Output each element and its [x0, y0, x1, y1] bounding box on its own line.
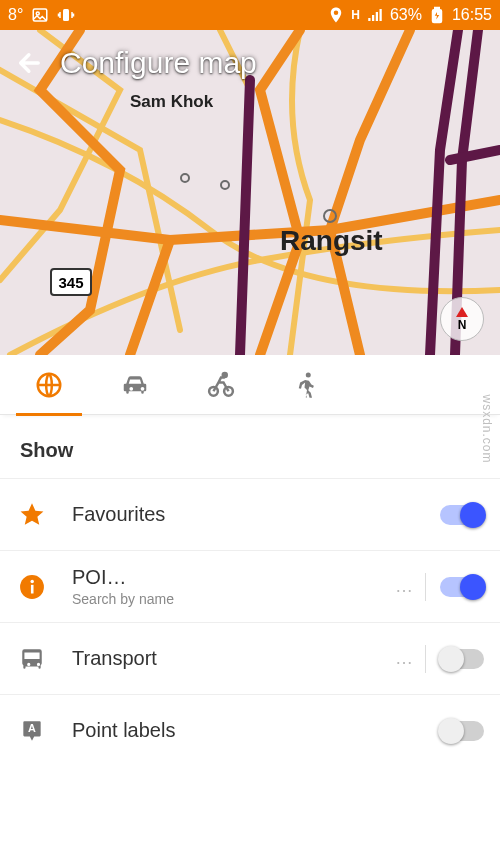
switch-favourites[interactable] [440, 505, 484, 525]
car-icon [120, 370, 150, 400]
route-shield: 345 [50, 268, 92, 296]
row-favourites-text: Favourites [72, 503, 440, 526]
network-type: H [351, 8, 360, 22]
info-icon [16, 571, 48, 603]
switch-transport[interactable] [440, 649, 484, 669]
map-label-rangsit: Rangsit [280, 225, 383, 257]
map-label-samkhok: Sam Khok [130, 92, 213, 112]
switch-point-labels[interactable] [440, 721, 484, 741]
row-poi[interactable]: POI… Search by name … [0, 550, 500, 622]
bus-icon [16, 643, 48, 675]
svg-rect-4 [435, 8, 440, 10]
row-poi-more[interactable]: … [395, 576, 415, 597]
svg-point-1 [37, 12, 40, 15]
status-bar: 8° H 63% 16:55 [0, 0, 500, 30]
status-left: 8° [8, 6, 75, 24]
location-icon [327, 6, 345, 24]
row-favourites[interactable]: Favourites [0, 478, 500, 550]
picture-icon [31, 6, 49, 24]
label-pin-icon: A [16, 715, 48, 747]
svg-point-5 [181, 174, 189, 182]
bicycle-icon [206, 370, 236, 400]
compass-label: N [458, 318, 467, 332]
row-labels-text: Point labels [72, 719, 440, 742]
divider [425, 573, 426, 601]
signal-icon [366, 6, 384, 24]
row-transport-title: Transport [72, 647, 395, 670]
tab-walk[interactable] [266, 355, 348, 415]
tab-bicycle[interactable] [180, 355, 262, 415]
tab-browse[interactable] [8, 355, 90, 415]
row-transport-text: Transport [72, 647, 395, 670]
star-icon [16, 499, 48, 531]
battery-pct: 63% [390, 6, 422, 24]
row-poi-title: POI… [72, 566, 395, 589]
watermark: wsxdn.com [480, 394, 494, 463]
globe-icon [34, 370, 64, 400]
divider [425, 645, 426, 673]
row-transport[interactable]: Transport … [0, 622, 500, 694]
svg-point-11 [223, 373, 227, 377]
svg-point-15 [30, 579, 33, 582]
row-point-labels[interactable]: A Point labels [0, 694, 500, 766]
profile-tabs [0, 355, 500, 415]
switch-poi[interactable] [440, 577, 484, 597]
row-poi-text: POI… Search by name [72, 566, 395, 607]
page-title: Configure map [60, 46, 257, 80]
compass-needle-icon [456, 307, 468, 317]
section-title-show: Show [0, 415, 500, 478]
svg-point-12 [306, 372, 311, 377]
battery-charging-icon [428, 6, 446, 24]
header-bar: Configure map [16, 46, 257, 80]
back-button[interactable] [16, 49, 44, 77]
row-labels-title: Point labels [72, 719, 440, 742]
svg-text:A: A [28, 722, 36, 734]
row-transport-more[interactable]: … [395, 648, 415, 669]
svg-rect-14 [31, 584, 34, 593]
status-right: H 63% 16:55 [327, 6, 492, 24]
row-favourites-title: Favourites [72, 503, 440, 526]
map-preview[interactable]: Configure map Sam Khok Rangsit 345 N [0, 30, 500, 355]
vibrate-icon [57, 6, 75, 24]
compass-button[interactable]: N [440, 297, 484, 341]
row-poi-subtitle: Search by name [72, 591, 395, 607]
tab-car[interactable] [94, 355, 176, 415]
svg-rect-2 [63, 9, 69, 21]
pedestrian-icon [292, 370, 322, 400]
svg-point-6 [221, 181, 229, 189]
status-time: 16:55 [452, 6, 492, 24]
status-temp: 8° [8, 6, 23, 24]
